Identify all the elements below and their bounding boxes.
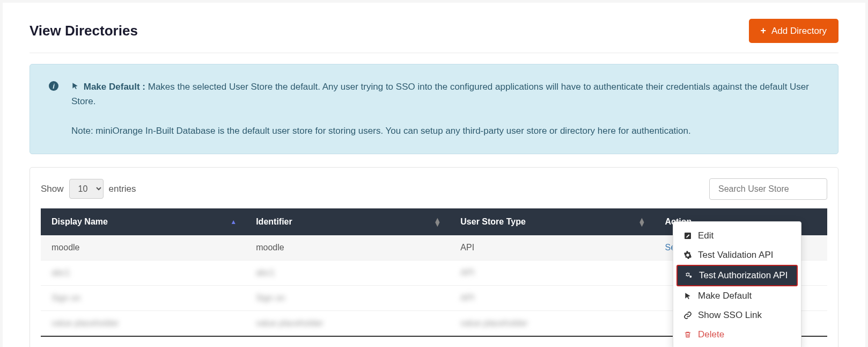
col-display-name[interactable]: Display Name ▲ [41, 208, 245, 235]
menu-item-test-authorization[interactable]: Test Authorization API [676, 265, 798, 286]
info-note: Note: miniOrange In-Built Database is th… [71, 124, 819, 138]
cell-identifier: Sign on [245, 285, 450, 310]
table-controls: Show 10 entries [41, 178, 827, 200]
header-row: View Directories + Add Directory [30, 19, 838, 53]
cursor-icon [683, 292, 693, 300]
main-container: View Directories + Add Directory i Make … [3, 3, 865, 347]
link-icon [683, 311, 693, 320]
page-title: View Directories [30, 23, 138, 39]
gear-icon [683, 251, 693, 259]
action-dropdown-menu: Edit Test Validation API Test Authorizat… [673, 221, 801, 347]
menu-item-delete[interactable]: Delete [676, 325, 798, 344]
make-default-label: Make Default : [84, 82, 145, 92]
trash-icon [683, 330, 693, 339]
sort-icon: ▲▼ [638, 217, 646, 226]
cell-identifier: value placeholder [245, 310, 450, 336]
cell-type: API [450, 235, 654, 261]
page-size-select[interactable]: 10 [69, 179, 104, 199]
info-banner: i Make Default : Makes the selected User… [30, 64, 838, 154]
menu-item-edit[interactable]: Edit [676, 226, 798, 245]
add-directory-button[interactable]: + Add Directory [749, 19, 839, 43]
entries-label: entries [109, 184, 136, 194]
cell-display-name: moodle [41, 235, 245, 261]
col-user-store-type[interactable]: User Store Type ▲▼ [450, 208, 654, 235]
make-default-text: Makes the selected User Store the defaul… [71, 82, 809, 106]
menu-item-test-validation[interactable]: Test Validation API [676, 245, 798, 265]
edit-icon [683, 232, 693, 240]
plus-icon: + [761, 25, 767, 37]
cell-identifier: abc1 [245, 260, 450, 285]
cursor-icon [71, 79, 79, 94]
add-directory-label: Add Directory [771, 26, 827, 37]
cell-display-name: abc1 [41, 260, 245, 285]
search-input[interactable] [709, 178, 827, 200]
show-label: Show [41, 184, 64, 194]
menu-item-show-sso[interactable]: Show SSO Link [676, 306, 798, 325]
col-identifier[interactable]: Identifier ▲▼ [245, 208, 450, 235]
info-make-default-line: Make Default : Makes the selected User S… [71, 79, 819, 109]
gears-icon [684, 271, 694, 280]
menu-item-make-default[interactable]: Make Default [676, 286, 798, 306]
sort-icon: ▲▼ [433, 217, 441, 226]
cell-display-name: Sign on [41, 285, 245, 310]
info-icon: i [49, 81, 58, 91]
cell-display-name: value placeholder [41, 310, 245, 336]
cell-type: API [450, 285, 654, 310]
cell-type: API [450, 260, 654, 285]
sort-asc-icon: ▲ [230, 218, 237, 226]
info-content: Make Default : Makes the selected User S… [71, 79, 819, 139]
cell-identifier: moodle [245, 235, 450, 261]
show-entries: Show 10 entries [41, 179, 136, 199]
info-icon-wrap: i [49, 79, 58, 139]
table-panel: Show 10 entries Display Name ▲ Identifie… [30, 167, 838, 347]
cell-type: value placeholder [450, 310, 654, 336]
